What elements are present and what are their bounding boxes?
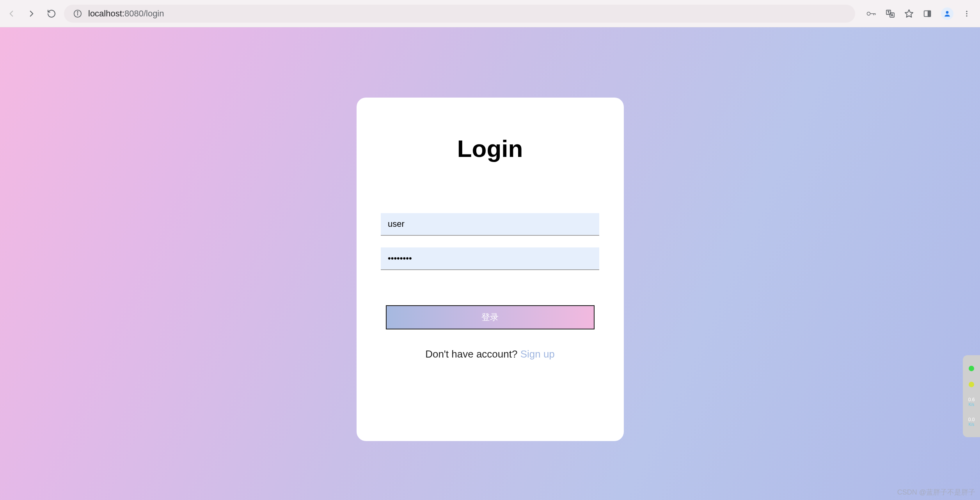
url-path: 8080/login <box>124 9 164 18</box>
translate-icon[interactable] <box>886 9 895 18</box>
login-form <box>381 213 599 270</box>
svg-point-13 <box>946 11 949 14</box>
forward-icon[interactable] <box>27 9 37 19</box>
password-key-icon[interactable] <box>866 9 876 18</box>
svg-point-16 <box>966 15 967 16</box>
svg-marker-9 <box>905 10 913 17</box>
nav-controls <box>6 9 56 19</box>
svg-point-3 <box>867 12 870 15</box>
login-title: Login <box>457 135 523 162</box>
site-info-icon[interactable] <box>73 9 82 18</box>
side-panel-icon[interactable] <box>923 9 932 18</box>
svg-point-15 <box>966 13 967 14</box>
signup-prompt: Don't have account? <box>425 348 520 360</box>
svg-point-2 <box>77 11 78 12</box>
watermark: CSDN @蓝胖子不是胖子 <box>897 488 975 497</box>
profile-avatar[interactable] <box>941 7 953 20</box>
menu-dots-icon[interactable] <box>963 10 971 18</box>
url-host: localhost: <box>88 9 124 18</box>
browser-toolbar: localhost:8080/login <box>0 0 980 27</box>
signup-link[interactable]: Sign up <box>520 348 555 360</box>
svg-point-14 <box>966 11 967 12</box>
status-dot-yellow <box>969 382 974 387</box>
password-input[interactable] <box>381 247 599 270</box>
network-widget[interactable]: 0.6 K/s 0.0 K/s <box>963 355 980 437</box>
username-input[interactable] <box>381 213 599 236</box>
signup-row: Don't have account? Sign up <box>425 348 555 360</box>
widget-stat-down: 0.6 K/s <box>968 397 975 407</box>
login-submit-button[interactable]: 登录 <box>386 305 595 329</box>
login-card: Login 登录 Don't have account? Sign up <box>357 98 624 441</box>
reload-icon[interactable] <box>47 9 56 18</box>
toolbar-right <box>863 7 974 20</box>
widget-stat-up: 0.0 K/s <box>968 417 975 427</box>
status-dot-green <box>969 366 974 371</box>
bookmark-star-icon[interactable] <box>904 9 914 18</box>
url-text: localhost:8080/login <box>88 9 164 19</box>
back-icon[interactable] <box>6 9 16 19</box>
address-bar[interactable]: localhost:8080/login <box>64 5 855 23</box>
svg-rect-12 <box>928 11 930 16</box>
page-body: Login 登录 Don't have account? Sign up 0.6… <box>0 27 980 500</box>
